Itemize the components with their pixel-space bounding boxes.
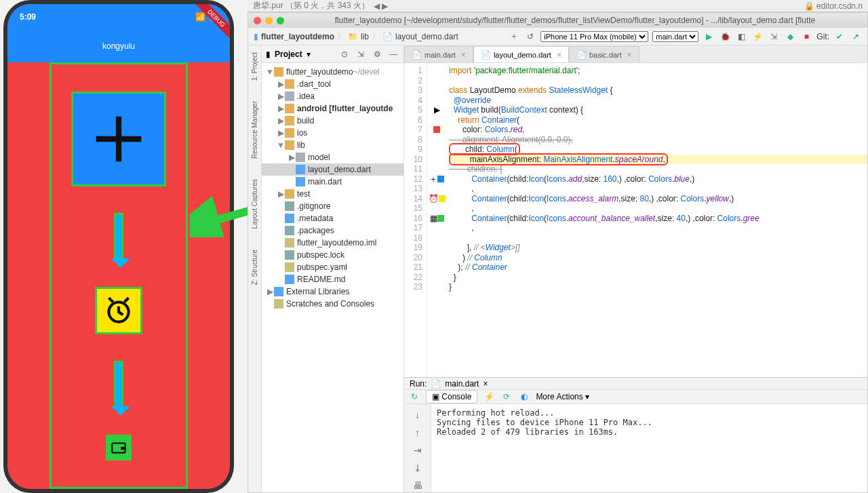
line-gutter: 1234567891011121314151617181920212223 — [404, 63, 427, 377]
tree-item[interactable]: main.dart — [262, 176, 403, 188]
breadcrumb-project[interactable]: flutter_layoutdemo — [261, 32, 334, 41]
tool-structure[interactable]: Z: Structure — [251, 250, 258, 285]
tree-item[interactable]: .metadata — [262, 212, 403, 224]
add-icon — [71, 92, 166, 186]
editor-tab[interactable]: 📄basic.dart× — [569, 46, 639, 62]
tree-item[interactable]: ▶ios — [262, 127, 403, 139]
maximize-icon[interactable] — [277, 17, 284, 24]
code-area[interactable]: import 'package:flutter/material.dart'; … — [446, 63, 867, 377]
profile-icon[interactable]: ◧ — [735, 31, 747, 43]
tree-item[interactable]: ▶build — [262, 115, 403, 127]
sync-icon[interactable]: ↺ — [524, 31, 536, 43]
breadcrumb-folder[interactable]: lib — [361, 32, 369, 41]
run-config-select[interactable]: main.dart — [652, 31, 698, 42]
status-time: 5:09 — [20, 12, 36, 22]
spacing-arrow-icon — [114, 361, 123, 408]
collapse-icon[interactable]: ⊙ — [338, 48, 351, 60]
tree-item[interactable]: layout_demo.dart — [262, 163, 403, 176]
tree-item[interactable]: pubspec.yaml — [262, 261, 403, 273]
project-header: ▮Project▾ ⊙ ⇲ ⚙ — — [262, 45, 403, 63]
hot-restart-icon[interactable]: ⟳ — [500, 391, 513, 403]
hide-icon[interactable]: — — [387, 48, 399, 60]
tree-item[interactable]: ▼flutter_layoutdemo ~/devel — [262, 66, 403, 78]
tree-item[interactable]: ▶model — [262, 151, 403, 163]
left-tool-strip: 1: Project Resource Manager Layout Captu… — [248, 45, 262, 492]
ide-window: flutter_layoutdemo [~/development/study/… — [248, 12, 868, 493]
wrap-icon[interactable]: ⇥ — [411, 443, 425, 457]
git-label: Git: — [816, 32, 829, 41]
git-pull-icon[interactable]: ✔ — [833, 31, 846, 43]
debug-banner: DEBUG — [169, 4, 230, 65]
scroll-icon[interactable]: ⤓ — [411, 461, 425, 475]
tree-item[interactable]: ▶External Libraries — [262, 285, 403, 298]
wallet-icon — [106, 435, 132, 460]
tree-item[interactable]: ▶test — [262, 188, 403, 200]
run-config-name[interactable]: main.dart — [445, 379, 479, 389]
tree-item[interactable]: .gitignore — [262, 200, 403, 212]
more-actions[interactable]: More Actions ▾ — [536, 392, 589, 401]
tree-item[interactable]: ▶.idea — [262, 90, 403, 102]
background-window-strip: 唐牮.pur （第 0 火，共 343 火） ◀ ▶ 🔒 editor.csdn… — [248, 0, 868, 12]
attach-icon[interactable]: ⇲ — [768, 31, 780, 43]
editor-tabs: 📄main.dart×📄layout_demo.dart×📄basic.dart… — [404, 45, 867, 63]
tool-resource-manager[interactable]: Resource Manager — [251, 101, 258, 159]
expand-icon[interactable]: ⇲ — [355, 48, 367, 60]
tree-item[interactable]: .packages — [262, 224, 403, 237]
tree-item[interactable]: ▶.dart_tool — [262, 78, 403, 90]
debug-icon[interactable]: 🐞 — [719, 31, 731, 43]
down-icon[interactable]: ↓ — [411, 408, 425, 422]
add-config-icon[interactable]: ＋ — [508, 31, 520, 43]
rerun-icon[interactable]: ↻ — [408, 391, 420, 403]
settings-icon[interactable]: ⚙ — [371, 48, 383, 60]
tree-item[interactable]: flutter_layoutdemo.iml — [262, 237, 403, 249]
svg-rect-2 — [121, 446, 125, 449]
device-select[interactable]: iPhone 11 Pro Max (mobile) — [540, 31, 648, 42]
git-push-icon[interactable]: ↗ — [850, 31, 862, 43]
project-tree[interactable]: ▼flutter_layoutdemo ~/devel▶.dart_tool▶.… — [262, 63, 403, 492]
run-icon[interactable]: ▶ — [703, 31, 715, 43]
window-title: flutter_layoutdemo [~/development/study/… — [288, 16, 862, 25]
console-tab[interactable]: ▣ Console — [426, 390, 477, 403]
spacing-arrow-icon — [114, 213, 123, 260]
hot-reload-icon[interactable]: ⚡ — [483, 391, 495, 403]
project-view-select[interactable]: Project — [275, 50, 302, 59]
console-toolbar: ↓ ↑ ⇥ ⤓ 🖶 — [404, 404, 431, 492]
column-widget — [50, 62, 188, 489]
editor-tab[interactable]: 📄main.dart× — [404, 46, 473, 62]
tree-item[interactable]: Scratches and Consoles — [262, 298, 403, 310]
tree-item[interactable]: ▶android [flutter_layoutde — [262, 102, 403, 115]
app-title: kongyulu — [102, 41, 135, 51]
tree-item[interactable]: ▼lib — [262, 139, 403, 151]
print-icon[interactable]: 🖶 — [411, 479, 425, 492]
tree-item[interactable]: pubspec.lock — [262, 249, 403, 261]
window-titlebar: flutter_layoutdemo [~/development/study/… — [248, 13, 867, 28]
tool-project[interactable]: 1: Project — [251, 52, 258, 81]
coverage-icon[interactable]: ◆ — [784, 31, 796, 43]
close-icon[interactable] — [254, 17, 261, 24]
gutter-marks: ▶＋ ⏰ ▦ — [427, 63, 446, 377]
run-panel: Run: 📄 main.dart× ↻ ▣ Console ⚡ ⟳ ◐ More… — [404, 377, 867, 492]
bg-host: editor.csdn.n — [816, 1, 863, 11]
nav-toolbar: ▮ flutter_layoutdemo 〉📁 lib 〉📄 layout_de… — [248, 28, 867, 45]
console-output[interactable]: Performing hot reload... Syncing files t… — [431, 404, 867, 492]
alarm-icon — [95, 287, 142, 334]
stop-icon[interactable]: ■ — [800, 31, 812, 43]
devtools-icon[interactable]: ◐ — [518, 391, 530, 403]
breadcrumb-file[interactable]: layout_demo.dart — [395, 32, 458, 41]
tree-item[interactable]: README.md — [262, 273, 403, 285]
run-label: Run: — [410, 379, 427, 389]
code-editor[interactable]: 1234567891011121314151617181920212223 ▶＋… — [404, 63, 867, 377]
ios-simulator: 5:09 📶 🔋 kongyulu DEBUG — [3, 0, 234, 493]
project-panel: ▮Project▾ ⊙ ⇲ ⚙ — ▼flutter_layoutdemo ~/… — [262, 45, 404, 492]
editor-tab[interactable]: 📄layout_demo.dart× — [473, 46, 569, 62]
hot-reload-icon[interactable]: ⚡ — [751, 31, 764, 43]
minimize-icon[interactable] — [265, 17, 273, 24]
up-icon[interactable]: ↑ — [411, 426, 425, 439]
bg-doc-title: 唐牮.pur （第 0 火，共 343 火） — [253, 0, 370, 12]
tool-layout-captures[interactable]: Layout Captures — [251, 179, 258, 229]
